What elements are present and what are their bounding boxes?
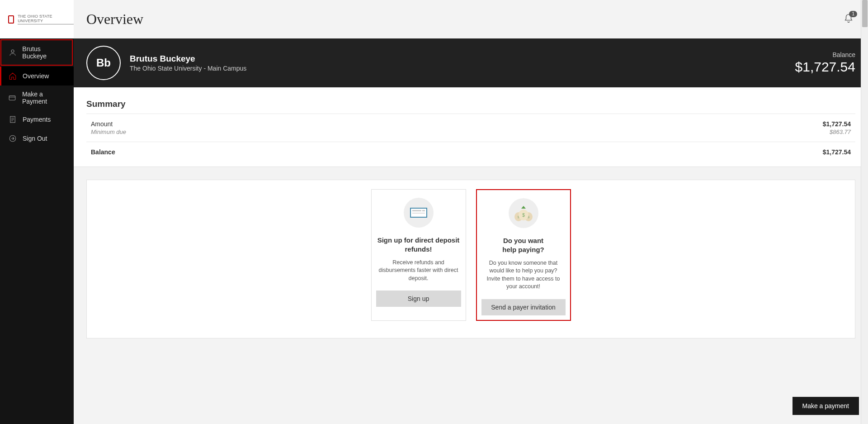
card-title: Sign up for direct deposit refunds! [377, 236, 460, 254]
summary-section: Summary Amount Minimum due $1,727.54 $86… [74, 87, 868, 167]
notification-count-badge: 1 [849, 11, 857, 17]
receipt-icon [8, 115, 17, 124]
balance-box: Balance $1,727.54 [795, 51, 855, 75]
sidebar-item-label: Sign Out [23, 135, 47, 142]
brand-name: The Ohio State University [18, 14, 74, 24]
cards-panel: Sign up for direct deposit refunds! Rece… [86, 180, 855, 338]
balance-amount: $1,727.54 [795, 59, 855, 75]
user-icon [8, 48, 17, 57]
sidebar-item-label: Overview [23, 72, 49, 80]
card-payer-invitation: $ $ $ Do you want help paying? Do you kn… [476, 189, 571, 321]
sidebar: The Ohio State University Brutus Buckeye… [0, 0, 74, 424]
svg-text:$: $ [522, 213, 525, 218]
make-a-payment-button[interactable]: Make a payment [793, 397, 859, 415]
sidebar-item-overview[interactable]: Overview [0, 67, 74, 86]
summary-title: Summary [86, 99, 855, 109]
wallet-icon [8, 93, 17, 102]
sidebar-user-label: Brutus Buckeye [22, 45, 65, 60]
summary-value: $1,727.54 [823, 120, 851, 128]
svg-rect-1 [9, 96, 16, 100]
home-icon [8, 71, 17, 81]
svg-point-0 [11, 50, 14, 52]
send-payer-invitation-button[interactable]: Send a payer invitation [481, 299, 566, 315]
sidebar-item-label: Payments [23, 116, 51, 123]
scrollbar[interactable] [861, 0, 868, 424]
summary-label: Amount [91, 120, 126, 128]
summary-row-balance: Balance $1,727.54 [86, 142, 855, 162]
sign-up-button[interactable]: Sign up [376, 291, 461, 307]
balance-label: Balance [795, 51, 855, 58]
bell-icon [844, 17, 854, 25]
svg-rect-5 [412, 210, 421, 211]
sidebar-item-label: Make a Payment [22, 91, 67, 105]
brand-logo-area: The Ohio State University [0, 0, 74, 38]
profile-info: Brutus Buckeye The Ohio State University… [130, 54, 786, 72]
card-title: Do you want help paying? [502, 236, 544, 255]
card-description: Do you know someone that would like to h… [481, 259, 566, 291]
card-description: Receive refunds and disbursements faster… [376, 259, 461, 283]
svg-rect-7 [412, 213, 425, 214]
sidebar-user[interactable]: Brutus Buckeye [0, 39, 73, 66]
summary-label: Balance [91, 148, 115, 156]
sidebar-item-make-a-payment[interactable]: Make a Payment [0, 86, 74, 110]
main-content: Overview 1 Bb Brutus Buckeye The Ohio St… [74, 0, 868, 424]
svg-rect-6 [422, 210, 425, 211]
top-header: Overview 1 [74, 0, 868, 38]
profile-strip: Bb Brutus Buckeye The Ohio State Univers… [74, 38, 868, 87]
summary-row-amount: Amount Minimum due $1,727.54 $863.77 [86, 114, 855, 142]
summary-value: $1,727.54 [823, 148, 851, 156]
profile-subtitle: The Ohio State University - Main Campus [130, 65, 786, 72]
card-direct-deposit: Sign up for direct deposit refunds! Rece… [371, 189, 466, 321]
notifications-button[interactable]: 1 [844, 14, 855, 25]
summary-subvalue: $863.77 [823, 129, 851, 135]
sidebar-item-sign-out[interactable]: Sign Out [0, 129, 74, 148]
cards-row: Sign up for direct deposit refunds! Rece… [87, 189, 855, 321]
sign-out-icon [8, 134, 17, 143]
check-illustration-icon [404, 198, 434, 228]
summary-sublabel: Minimum due [91, 129, 126, 135]
cards-section: Sign up for direct deposit refunds! Rece… [74, 167, 868, 351]
avatar: Bb [86, 46, 121, 80]
profile-name: Brutus Buckeye [130, 54, 786, 64]
sidebar-item-payments[interactable]: Payments [0, 110, 74, 129]
page-title: Overview [86, 11, 143, 28]
brand-logo-icon [8, 15, 14, 24]
scrollbar-thumb[interactable] [862, 0, 868, 27]
money-bags-icon: $ $ $ [509, 198, 538, 228]
